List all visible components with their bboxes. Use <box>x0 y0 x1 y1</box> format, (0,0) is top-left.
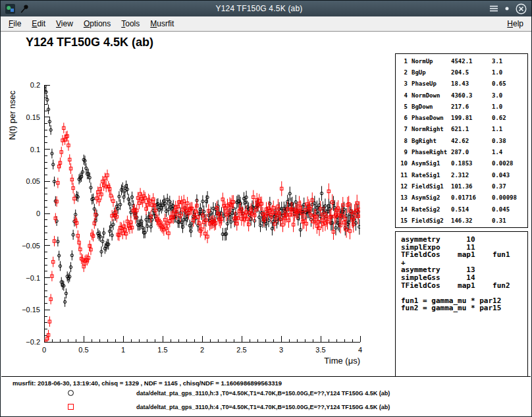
parameter-row: 15FieldSig2146.320.31 <box>398 215 527 226</box>
circle-marker-icon <box>68 390 74 396</box>
param-no: 10 <box>398 160 408 167</box>
svg-text:0.5: 0.5 <box>78 346 88 354</box>
param-no: 13 <box>398 194 408 201</box>
param-name: BgRight <box>412 138 451 144</box>
param-error: 1.0 <box>492 69 527 76</box>
parameter-row: 11RateSig12.3120.043 <box>398 169 527 181</box>
svg-text:2: 2 <box>200 346 204 354</box>
param-error: 3.0 <box>492 92 527 99</box>
x-axis-title: Time (μs) <box>324 356 360 366</box>
param-no: 14 <box>398 206 408 213</box>
svg-text:3.5: 3.5 <box>315 346 325 354</box>
menu-item-musrfit[interactable]: Musrfit <box>145 17 179 30</box>
param-no: 2 <box>398 69 408 76</box>
svg-text:2.5: 2.5 <box>236 346 246 354</box>
param-value: 2.312 <box>451 172 492 179</box>
param-name: PhaseRight <box>412 149 451 155</box>
param-value: 0.514 <box>451 206 492 213</box>
parameter-row: 4NormDown4360.33.0 <box>398 90 527 101</box>
legend-label: data/deltat_pta_gps_3110,h:3 ,T0=4.50K,T… <box>136 387 390 399</box>
menu-item-view[interactable]: View <box>51 17 78 30</box>
legend: data/deltat_pta_gps_3110,h:3 ,T0=4.50K,T… <box>1 387 531 416</box>
plot-canvas[interactable]: −0.2−0.15−0.1−0.0500.050.10.150.200.511.… <box>1 32 393 377</box>
param-error: 0.65 <box>492 80 527 87</box>
app-icon[interactable] <box>5 4 15 14</box>
svg-text:0.15: 0.15 <box>26 113 40 121</box>
svg-text:0: 0 <box>42 346 46 354</box>
svg-text:1.5: 1.5 <box>157 346 167 354</box>
square-marker-icon <box>68 404 74 410</box>
series-circles <box>43 81 361 306</box>
param-error: 3.1 <box>492 58 527 65</box>
menu-item-file[interactable]: File <box>3 17 26 30</box>
param-error: 0.00098 <box>492 194 527 201</box>
parameter-row: 7NormRight621.11.1 <box>398 124 527 135</box>
parameter-row: 13AsymSig20.017160.00098 <box>398 192 527 204</box>
param-value: 0.1853 <box>451 160 492 167</box>
svg-text:0.2: 0.2 <box>30 81 40 89</box>
legend-row: data/deltat_pta_gps_3110,h:3 ,T0=4.50K,T… <box>1 387 531 399</box>
param-name: FieldSig1 <box>412 183 451 190</box>
minimize-button[interactable] <box>504 6 510 11</box>
param-error: 1.1 <box>492 126 527 132</box>
param-value: 217.6 <box>451 103 492 110</box>
window-menu-icon[interactable] <box>489 5 498 13</box>
svg-text:−0.05: −0.05 <box>22 242 40 250</box>
param-no: 1 <box>398 58 408 65</box>
param-value: 204.5 <box>451 69 492 76</box>
window-controls <box>489 3 527 14</box>
param-no: 4 <box>398 92 408 99</box>
param-name: FieldSig2 <box>412 217 451 224</box>
svg-text:3: 3 <box>279 346 283 354</box>
param-no: 11 <box>398 172 408 179</box>
param-value: 18.43 <box>451 80 492 87</box>
param-name: BgUp <box>412 69 451 76</box>
param-name: RateSig2 <box>412 206 451 213</box>
param-name: PhaseUp <box>412 80 451 87</box>
param-value: 0.01716 <box>451 194 492 201</box>
parameter-table: 1NormUp4542.13.12BgUp204.51.03PhaseUp18.… <box>395 53 528 228</box>
canvas-area: Y124 TF150G 4.5K (ab) −0.2−0.15−0.1−0.05… <box>1 32 531 377</box>
param-no: 7 <box>398 126 408 132</box>
param-error: 1.0 <box>492 103 527 110</box>
menu-item-help[interactable]: Help <box>502 17 529 30</box>
param-name: NormDown <box>412 92 451 99</box>
param-error: 0.0028 <box>492 160 527 167</box>
param-no: 8 <box>398 138 408 144</box>
svg-text:0.05: 0.05 <box>26 177 40 185</box>
series-squares <box>43 123 361 350</box>
param-error: 1.4 <box>492 149 527 155</box>
parameter-row: 5BgDown217.61.0 <box>398 101 527 112</box>
param-error: 0.38 <box>492 138 527 144</box>
theory-box: asymmetry 10 simplExpo 11 TFieldCos map1… <box>395 231 528 377</box>
fit-stats: musrfit: 2018-06-30, 13:19:40, chisq = 1… <box>13 379 282 387</box>
parameter-row: 2BgUp204.51.0 <box>398 67 527 78</box>
parameter-row: 14RateSig20.5140.045 <box>398 204 527 215</box>
pin-icon[interactable] <box>20 4 29 14</box>
svg-text:1: 1 <box>121 346 125 354</box>
parameter-row: 8BgRight42.620.38 <box>398 135 527 146</box>
menu-item-options[interactable]: Options <box>78 17 116 30</box>
param-value: 101.36 <box>451 183 492 190</box>
param-name: AsymSig1 <box>412 160 451 167</box>
close-button[interactable] <box>516 3 527 14</box>
legend-label: data/deltat_pta_gps_3110,h:4 ,T0=4.50K,T… <box>136 401 390 413</box>
menu-item-edit[interactable]: Edit <box>26 17 51 30</box>
param-name: BgDown <box>412 103 451 110</box>
param-value: 42.62 <box>451 138 492 144</box>
param-value: 4542.1 <box>451 58 492 65</box>
param-error: 0.043 <box>492 172 527 179</box>
parameter-row: 12FieldSig1101.360.37 <box>398 181 527 192</box>
musrview-window: Y124 TF150G 4.5K (ab) FileEditViewOption… <box>0 0 532 417</box>
svg-text:−0.15: −0.15 <box>22 306 40 314</box>
param-error: 0.045 <box>492 206 527 213</box>
menu-item-tools[interactable]: Tools <box>116 17 145 30</box>
param-no: 6 <box>398 115 408 121</box>
param-no: 12 <box>398 183 408 190</box>
titlebar[interactable]: Y124 TF150G 4.5K (ab) <box>1 1 531 16</box>
param-name: NormUp <box>412 58 451 65</box>
param-name: AsymSig2 <box>412 194 451 201</box>
legend-row: data/deltat_pta_gps_3110,h:4 ,T0=4.50K,T… <box>1 401 531 413</box>
info-footer: musrfit: 2018-06-30, 13:19:40, chisq = 1… <box>1 376 531 416</box>
svg-text:4: 4 <box>358 346 362 354</box>
